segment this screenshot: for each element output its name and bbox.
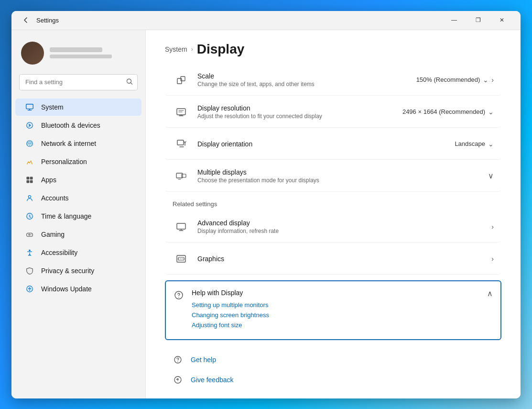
nav-accessibility[interactable]: Accessibility [15,244,141,261]
back-button[interactable] [19,13,33,27]
settings-list: Scale Change the size of text, apps, and… [146,65,521,398]
advanced-display-setting[interactable]: Advanced display Display information, re… [165,211,501,243]
svg-point-25 [178,297,179,298]
search-input[interactable] [19,74,138,90]
get-help-item[interactable]: Get help [165,350,501,370]
advanced-display-label: Advanced display [197,219,491,227]
nav-system-label: System [41,103,64,111]
help-box-icon [174,290,184,300]
help-box-content: Help with Display Setting up multiple mo… [192,289,479,332]
graphics-value: › [491,255,494,263]
user-name [50,47,102,52]
svg-rect-1 [26,104,33,109]
svg-rect-5 [27,177,29,179]
nav-apps[interactable]: Apps [15,171,141,188]
minimize-button[interactable]: — [443,12,465,28]
nav-gaming-label: Gaming [41,231,65,238]
nav-privacy[interactable]: Privacy & security [15,262,141,279]
graphics-setting[interactable]: Graphics › [165,243,501,275]
display-resolution-dropdown-icon: ⌄ [488,108,494,116]
nav-time-label: Time & language [41,212,91,220]
settings-window: Settings — ❐ ✕ [11,11,521,398]
scale-dropdown-icon: ⌄ [483,76,489,84]
multiple-displays-text: Multiple displays Choose the presentatio… [197,168,488,184]
nav-bluetooth[interactable]: Bluetooth & devices [15,117,141,134]
network-icon [25,139,34,148]
advanced-display-value: › [491,223,494,231]
user-info [50,47,112,58]
nav-privacy-label: Privacy & security [41,267,94,275]
give-feedback-label: Give feedback [191,376,234,384]
nav-personalization[interactable]: Personalization [15,153,141,170]
nav-network-label: Network & internet [41,140,96,147]
gaming-icon [25,230,34,239]
accessibility-icon [25,248,34,257]
nav-system[interactable]: System [15,99,141,116]
svg-point-27 [177,361,178,362]
main-content: System › Display Scale C [145,30,521,398]
svg-rect-21 [177,223,185,229]
multiple-displays-expand-icon: ∨ [488,171,494,180]
help-link-2[interactable]: Changing screen brightness [192,311,479,319]
nav-accounts[interactable]: Accounts [15,189,141,207]
nav-gaming[interactable]: Gaming [15,226,141,243]
display-resolution-desc: Adjust the resolution to fit your connec… [197,113,402,120]
nav-network[interactable]: Network & internet [15,135,141,152]
help-section: Help with Display Setting up multiple mo… [165,280,501,340]
display-orientation-dropdown-icon: ⌄ [488,140,494,148]
accounts-icon [25,193,34,203]
user-profile [11,36,145,74]
related-settings-header: Related settings [165,193,501,211]
breadcrumb-parent: System [165,45,187,53]
advanced-display-icon [173,218,190,235]
help-link-3[interactable]: Adjusting font size [192,321,479,329]
display-resolution-value-text: 2496 × 1664 (Recommended) [402,108,485,115]
svg-point-13 [29,249,31,251]
nav-time[interactable]: Time & language [15,208,141,225]
breadcrumb-current: Display [197,42,245,57]
display-orientation-text: Display orientation [197,140,455,148]
close-button[interactable]: ✕ [491,12,513,28]
give-feedback-item[interactable]: Give feedback [165,370,501,390]
time-icon [25,211,34,221]
window-content: System Bluetooth & devices [11,30,521,398]
scale-setting[interactable]: Scale Change the size of text, apps, and… [165,65,501,96]
nav-personalization-label: Personalization [41,158,87,166]
multiple-displays-value: ∨ [488,171,494,180]
display-resolution-value: 2496 × 1664 (Recommended) ⌄ [402,108,494,116]
search-bar [19,74,138,90]
nav-accessibility-label: Accessibility [41,249,77,256]
advanced-display-desc: Display information, refresh rate [197,228,491,234]
svg-rect-8 [30,180,33,182]
svg-rect-23 [178,257,184,260]
sidebar: System Bluetooth & devices [11,30,145,398]
maximize-button[interactable]: ❐ [467,12,489,28]
windows-update-icon [25,284,34,294]
svg-rect-18 [177,140,184,145]
nav-windows-update-label: Windows Update [41,285,92,293]
display-orientation-setting[interactable]: Display orientation Landscape ⌄ [165,129,501,160]
graphics-label: Graphics [197,255,491,263]
help-section-collapse-icon[interactable]: ∧ [487,289,493,298]
nav-windows-update[interactable]: Windows Update [15,280,141,298]
display-resolution-icon [173,103,190,121]
privacy-icon [25,266,34,276]
get-help-label: Get help [191,356,216,364]
get-help-icon [173,354,183,365]
help-link-1[interactable]: Setting up multiple monitors [192,301,479,309]
display-orientation-value-text: Landscape [455,140,485,147]
scale-icon [173,71,190,88]
display-orientation-label: Display orientation [197,140,455,148]
svg-point-4 [29,144,30,145]
graphics-text: Graphics [197,255,491,263]
multiple-displays-setting[interactable]: Multiple displays Choose the presentatio… [165,161,501,192]
breadcrumb: System › Display [165,42,501,57]
user-email [50,55,112,58]
help-with-display-box: Help with Display Setting up multiple mo… [165,280,501,340]
scale-value: 150% (Recommended) ⌄ › [416,76,494,84]
svg-rect-7 [27,180,29,182]
multiple-displays-desc: Choose the presentation mode for your di… [197,177,488,184]
display-resolution-setting[interactable]: Display resolution Adjust the resolution… [165,97,501,128]
display-orientation-icon [173,135,190,153]
give-feedback-icon [173,375,183,385]
